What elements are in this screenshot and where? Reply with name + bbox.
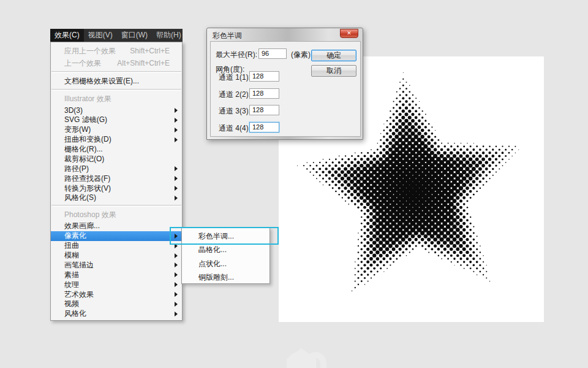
cancel-button[interactable]: 取消 [311,65,356,77]
menu-item-label: 路径(P) [64,164,89,174]
menu-item[interactable]: 像素化 [51,231,182,241]
menu-item-label: 风格化 [64,309,86,319]
max-radius-unit: (像素) [291,50,311,60]
channel-label: 通道 4(4): [219,123,251,134]
menu-section-header: Photoshop 效果 [51,209,182,221]
submenu-arrow-icon [175,292,178,297]
ok-button[interactable]: 确定 [311,50,356,61]
menu-item-label: 画笔描边 [64,260,94,270]
submenu-arrow-icon [175,272,178,277]
menu-item-label: 变形(W) [64,125,91,135]
channel-label: 通道 3(3): [219,106,251,117]
menu-item[interactable]: 模糊 [51,251,182,261]
channel-input[interactable]: 128 [249,122,279,132]
menu-item-label: 艺术效果 [64,289,94,300]
submenu-arrow-icon [175,196,178,201]
menu-item-label: 扭曲 [64,240,79,251]
effects-menu: 应用上一个效果Shift+Ctrl+E上一个效果Alt+Shift+Ctrl+E… [50,42,183,321]
menu-item[interactable]: 风格化 [51,309,182,319]
menubar-item[interactable]: 窗口(W) [117,29,152,42]
menu-item-label: Illustrator 效果 [64,94,111,104]
submenu-item[interactable]: 晶格化... [182,243,270,258]
menu-item[interactable]: 画笔描边 [51,260,182,270]
menu-item[interactable]: 栅格化(R)... [51,145,182,155]
submenu-arrow-icon [175,263,178,267]
menu-item-label: 视频 [64,299,79,309]
menu-item-label: 路径查找器(F) [64,174,110,184]
submenu-arrow-icon [175,108,178,113]
close-button[interactable]: ✕ [340,29,358,38]
menu-item-label: 素描 [64,270,79,280]
menu-item[interactable]: 裁剪标记(O) [51,154,182,164]
submenu-arrow-icon [175,128,178,132]
menu-item-label: 3D(3) [64,106,83,115]
menu-item[interactable]: 素描 [51,270,182,280]
submenu-arrow-icon [175,176,178,181]
submenu-arrow-icon [175,118,178,123]
menu-item[interactable]: 扭曲和变换(D) [51,135,182,145]
submenu-arrow-icon [175,282,178,287]
submenu-arrow-icon [175,186,178,191]
submenu-item[interactable]: 铜版雕刻... [182,271,270,285]
submenu-arrow-icon [175,312,178,316]
menu-item-label: 栅格化(R)... [64,144,103,155]
menu-item[interactable]: 视频 [51,299,182,309]
menubar-item[interactable]: 视图(V) [84,29,117,42]
menu-item: 应用上一个效果Shift+Ctrl+E [51,45,182,57]
menu-item[interactable]: 文档栅格效果设置(E)... [51,75,182,87]
menu-item[interactable]: 扭曲 [51,241,182,251]
submenu-arrow-icon [175,243,178,248]
menu-item-label: 效果画廊... [64,221,100,231]
menu-item-label: 文档栅格效果设置(E)... [64,76,139,86]
menu-item-shortcut: Alt+Shift+Ctrl+E [117,59,182,67]
menu-item-label: 转换为形状(V) [64,183,111,194]
max-radius-input[interactable]: 96 [258,48,287,59]
dialog-titlebar[interactable]: 彩色半调 ✕ [207,28,363,41]
menubar-item[interactable]: 效果(C) [50,29,84,42]
menubar: 效果(C)视图(V)窗口(W)帮助(H) [50,29,183,42]
menu-item-label: Photoshop 效果 [64,210,116,220]
submenu-item[interactable]: 点状化... [182,257,270,271]
menu-item[interactable]: 风格化(S) [51,193,182,203]
menu-item-shortcut: Shift+Ctrl+E [130,47,182,55]
menu-item-label: 裁剪标记(O) [64,154,104,164]
dialog-body: 最大半径(R): 96 (像素) 网角(度): 通道 1(1):128通道 2(… [210,41,361,137]
menu-separator [51,89,181,91]
menu-separator [51,205,181,207]
menu-item[interactable]: 转换为形状(V) [51,183,182,193]
submenu-arrow-icon [175,166,178,171]
menu-item-label: 风格化(S) [64,193,96,203]
menu-item-label: 扭曲和变换(D) [64,134,111,145]
menu-item[interactable]: 艺术效果 [51,289,182,299]
submenu-arrow-icon [175,253,178,258]
menu-item[interactable]: 路径(P) [51,164,182,174]
submenu-arrow-icon [175,234,178,239]
channel-input[interactable]: 128 [249,88,279,99]
menu-item[interactable]: 路径查找器(F) [51,174,182,183]
channel-label: 通道 1(1): [219,72,251,83]
application-window: 效果(C)视图(V)窗口(W)帮助(H) 应用上一个效果Shift+Ctrl+E… [0,0,588,368]
menu-item-label: 应用上一个效果 [64,46,116,56]
submenu-arrow-icon [175,302,178,307]
menu-separator [51,71,181,73]
menu-item[interactable]: 变形(W) [51,125,182,135]
menubar-item[interactable]: 帮助(H) [152,29,183,42]
submenu-item[interactable]: 彩色半调... [182,229,270,243]
dialog-title: 彩色半调 [213,31,242,41]
menu-item-label: 上一个效果 [64,58,101,69]
submenu-arrow-icon [175,137,178,142]
menu-item-label: 模糊 [64,250,79,261]
menu-section-header: Illustrator 效果 [51,93,182,105]
menu-item[interactable]: 3D(3) [51,105,182,115]
color-halftone-dialog: 彩色半调 ✕ 最大半径(R): 96 (像素) 网角(度): 通道 1(1):1… [206,28,363,140]
menu-item[interactable]: 纹理 [51,280,182,289]
menu-item: 上一个效果Alt+Shift+Ctrl+E [51,57,182,69]
menu-item-label: SVG 滤镜(G) [64,115,107,125]
watermark-logo [276,336,361,368]
channel-input[interactable]: 128 [249,105,279,115]
menu-item[interactable]: SVG 滤镜(G) [51,115,182,125]
channel-input[interactable]: 128 [249,71,279,82]
menu-item[interactable]: 效果画廊... [51,221,182,231]
menu-item-label: 纹理 [64,280,79,290]
pixelate-submenu: 彩色半调...晶格化...点状化...铜版雕刻... [181,228,270,284]
